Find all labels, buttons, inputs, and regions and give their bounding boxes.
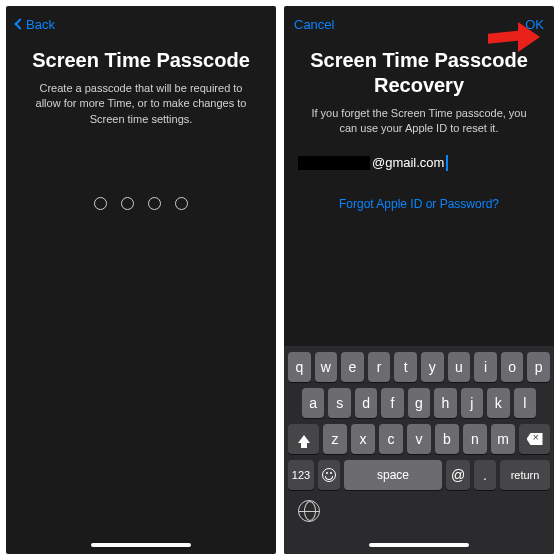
cancel-label: Cancel [294,17,334,32]
forgot-link[interactable]: Forgot Apple ID or Password? [284,197,554,211]
passcode-dots[interactable] [6,197,276,210]
key-row-1: qwertyuiop [288,352,550,382]
key-g[interactable]: g [408,388,430,418]
passcode-recovery-screen: Cancel OK Screen Time Passcode Recovery … [284,6,554,554]
keyboard: qwertyuiop asdfghjkl zxcvbnm 123 space @… [284,346,554,554]
screen-time-passcode-screen: Back Screen Time Passcode Create a passc… [6,6,276,554]
passcode-dot [175,197,188,210]
key-l[interactable]: l [514,388,536,418]
back-label: Back [26,17,55,32]
page-subtitle: Create a passcode that will be required … [6,81,276,127]
page-subtitle: If you forget the Screen Time passcode, … [284,106,554,137]
backspace-icon [527,433,543,445]
key-v[interactable]: v [407,424,431,454]
space-key[interactable]: space [344,460,442,490]
key-p[interactable]: p [527,352,550,382]
key-r[interactable]: r [368,352,391,382]
key-e[interactable]: e [341,352,364,382]
key-z[interactable]: z [323,424,347,454]
page-title: Screen Time Passcode [6,42,276,81]
key-j[interactable]: j [461,388,483,418]
key-y[interactable]: y [421,352,444,382]
key-x[interactable]: x [351,424,375,454]
key-f[interactable]: f [381,388,403,418]
email-suffix: @gmail.com [372,155,444,170]
key-u[interactable]: u [448,352,471,382]
apple-id-field[interactable]: @gmail.com [284,151,554,175]
key-b[interactable]: b [435,424,459,454]
globe-row [288,496,550,550]
redacted-segment [298,156,370,170]
key-c[interactable]: c [379,424,403,454]
back-button[interactable]: Back [16,17,55,32]
key-k[interactable]: k [487,388,509,418]
cancel-button[interactable]: Cancel [294,17,334,32]
key-row-2: asdfghjkl [288,388,550,418]
passcode-dot [94,197,107,210]
key-i[interactable]: i [474,352,497,382]
return-key[interactable]: return [500,460,550,490]
at-key[interactable]: @ [446,460,470,490]
globe-icon[interactable] [298,500,320,522]
backspace-key[interactable] [519,424,550,454]
numbers-key[interactable]: 123 [288,460,314,490]
key-row-3: zxcvbnm [288,424,550,454]
nav-bar: Cancel OK [284,6,554,42]
passcode-dot [121,197,134,210]
key-m[interactable]: m [491,424,515,454]
key-a[interactable]: a [302,388,324,418]
home-indicator[interactable] [369,543,469,547]
key-d[interactable]: d [355,388,377,418]
ok-label: OK [525,17,544,32]
home-indicator[interactable] [91,543,191,547]
chevron-left-icon [14,18,25,29]
key-w[interactable]: w [315,352,338,382]
nav-bar: Back [6,6,276,42]
key-o[interactable]: o [501,352,524,382]
emoji-icon [322,468,336,482]
key-s[interactable]: s [328,388,350,418]
key-row-4: 123 space @ . return [288,460,550,490]
period-key[interactable]: . [474,460,496,490]
passcode-dot [148,197,161,210]
emoji-key[interactable] [318,460,340,490]
key-h[interactable]: h [434,388,456,418]
shift-key[interactable] [288,424,319,454]
key-q[interactable]: q [288,352,311,382]
text-cursor [446,155,448,171]
shift-icon [298,435,310,443]
page-title: Screen Time Passcode Recovery [284,42,554,106]
key-n[interactable]: n [463,424,487,454]
ok-button[interactable]: OK [525,17,544,32]
key-t[interactable]: t [394,352,417,382]
